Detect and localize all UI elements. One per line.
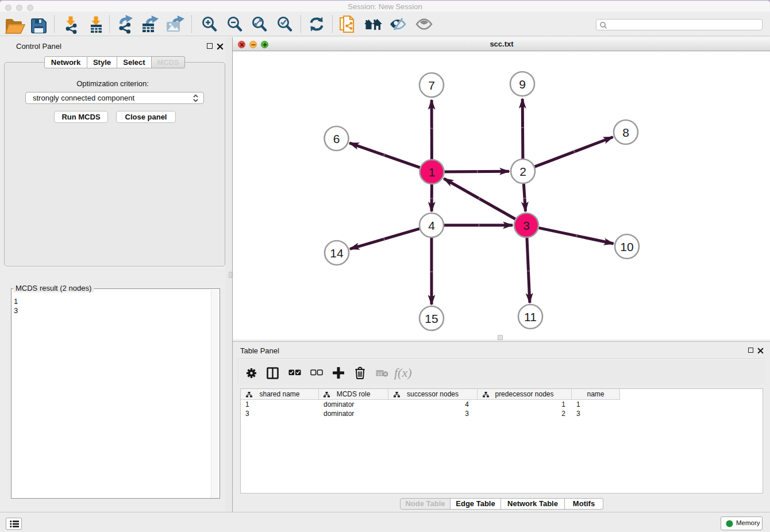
svg-text:10: 10 (620, 240, 633, 253)
svg-text:4: 4 (428, 219, 435, 232)
svg-text:6: 6 (333, 132, 340, 145)
svg-text:3: 3 (523, 219, 530, 232)
svg-text:15: 15 (425, 312, 438, 325)
svg-text:11: 11 (524, 310, 537, 323)
svg-text:14: 14 (330, 246, 344, 260)
svg-text:7: 7 (428, 79, 435, 92)
svg-text:9: 9 (519, 78, 526, 91)
svg-text:8: 8 (622, 126, 629, 139)
svg-text:1: 1 (429, 165, 436, 179)
svg-text:2: 2 (519, 165, 526, 178)
